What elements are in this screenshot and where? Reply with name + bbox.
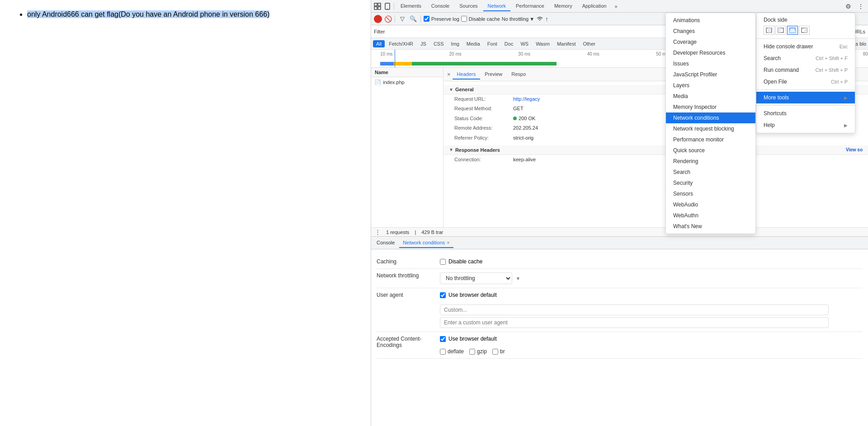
- preserve-log-label[interactable]: Preserve log: [424, 16, 459, 22]
- submenu-changes[interactable]: Changes: [666, 26, 755, 37]
- bottom-tab-nc[interactable]: Network conditions ×: [399, 238, 453, 248]
- menu-shortcuts[interactable]: Shortcuts: [756, 108, 855, 119]
- inspector-icon[interactable]: [373, 2, 382, 11]
- status-more-icon[interactable]: ⋮: [375, 229, 381, 235]
- tab-application[interactable]: Application: [578, 1, 611, 11]
- disable-cache-nc-text: Disable cache: [448, 258, 482, 265]
- type-btn-js[interactable]: JS: [417, 40, 429, 47]
- menu-search[interactable]: Search Ctrl + Shift + F: [756, 52, 855, 64]
- filter-icon[interactable]: ▽: [398, 14, 407, 23]
- menu-run-command[interactable]: Run command Ctrl + Shift + P: [756, 64, 855, 76]
- wifi-icon[interactable]: [536, 15, 543, 23]
- detail-tab-response[interactable]: Respo: [507, 70, 530, 80]
- submenu-whats-new[interactable]: What's New: [666, 221, 755, 232]
- submenu-webaudio[interactable]: WebAudio: [666, 199, 755, 210]
- throttling-nc-select[interactable]: No throttling: [440, 272, 512, 284]
- submenu-network-conditions[interactable]: Network conditions: [666, 112, 755, 123]
- deflate-label[interactable]: deflate: [440, 348, 464, 355]
- more-tools-submenu[interactable]: Animations Changes Coverage Developer Re…: [665, 13, 756, 234]
- gzip-label[interactable]: gzip: [469, 348, 487, 355]
- view-source-link[interactable]: View so: [846, 147, 863, 152]
- user-agent-control: Use browser default: [440, 292, 863, 298]
- type-btn-ws[interactable]: WS: [517, 40, 532, 47]
- type-btn-other[interactable]: Other: [580, 40, 599, 47]
- menu-open-file[interactable]: Open File Ctrl + P: [756, 76, 855, 88]
- dock-left-icon[interactable]: [775, 26, 786, 35]
- detail-close[interactable]: ×: [445, 71, 453, 78]
- tab-memory[interactable]: Memory: [550, 1, 577, 11]
- more-options-icon[interactable]: ⋮: [855, 1, 866, 12]
- dock-bottom-icon[interactable]: [787, 26, 798, 35]
- submenu-issues[interactable]: Issues: [666, 58, 755, 69]
- tab-performance[interactable]: Performance: [511, 1, 549, 11]
- type-btn-media[interactable]: Media: [463, 40, 483, 47]
- submenu-quick-source[interactable]: Quick source: [666, 145, 755, 156]
- type-btn-all[interactable]: All: [373, 40, 385, 47]
- tabs-more[interactable]: »: [612, 2, 620, 11]
- clear-button[interactable]: 🚫: [384, 15, 392, 23]
- menu-hide-console[interactable]: Hide console drawer Esc: [756, 41, 855, 52]
- submenu-js-profiler[interactable]: JavaScript Profiler: [666, 69, 755, 80]
- main-menu-panel[interactable]: Dock side Hide console drawer: [756, 13, 855, 133]
- response-headers-section-header[interactable]: ▼ Response Headers View so: [443, 145, 868, 155]
- mobile-icon[interactable]: [383, 2, 392, 11]
- submenu-rendering[interactable]: Rendering: [666, 156, 755, 167]
- dock-separate-icon[interactable]: [764, 26, 774, 35]
- type-btn-manifest[interactable]: Manifest: [554, 40, 579, 47]
- br-label[interactable]: br: [492, 348, 505, 355]
- submenu-search[interactable]: Search: [666, 167, 755, 178]
- settings-icon[interactable]: ⚙: [843, 1, 854, 12]
- type-btn-img[interactable]: Img: [448, 40, 462, 47]
- type-btn-doc[interactable]: Doc: [501, 40, 517, 47]
- tab-network[interactable]: Network: [483, 1, 510, 11]
- preserve-log-checkbox[interactable]: [424, 16, 429, 22]
- disable-cache-nc-label[interactable]: Disable cache: [440, 258, 482, 265]
- use-browser-default-checkbox[interactable]: [440, 292, 446, 298]
- use-browser-default-label[interactable]: Use browser default: [440, 292, 497, 298]
- throttling-select[interactable]: No throttling ▼: [502, 16, 534, 22]
- deflate-checkbox[interactable]: [440, 349, 446, 355]
- nc-tab-close[interactable]: ×: [447, 240, 449, 245]
- menu-help[interactable]: Help ▶: [756, 119, 855, 131]
- type-btn-fetch[interactable]: Fetch/XHR: [386, 40, 416, 47]
- enter-custom-agent-input[interactable]: [440, 317, 829, 328]
- submenu-coverage[interactable]: Coverage: [666, 37, 755, 47]
- submenu-performance-monitor[interactable]: Performance monitor: [666, 134, 755, 145]
- accepted-browser-default-checkbox[interactable]: [440, 336, 446, 342]
- dock-section: Dock side: [756, 13, 855, 39]
- submenu-animations[interactable]: Animations: [666, 15, 755, 26]
- tab-console[interactable]: Console: [427, 1, 454, 11]
- disable-cache-nc-checkbox[interactable]: [440, 259, 446, 265]
- type-btn-wasm[interactable]: Wasm: [533, 40, 553, 47]
- svg-rect-9: [778, 28, 781, 33]
- detail-tab-headers[interactable]: Headers: [453, 70, 481, 80]
- submenu-memory-inspector[interactable]: Memory Inspector: [666, 102, 755, 112]
- disable-cache-label[interactable]: Disable cache: [461, 16, 500, 22]
- br-checkbox[interactable]: [492, 349, 498, 355]
- import-button[interactable]: ↑: [545, 15, 548, 23]
- submenu-webauthn[interactable]: WebAuthn: [666, 210, 755, 221]
- bottom-tab-console[interactable]: Console: [373, 238, 398, 248]
- dock-right-icon[interactable]: [799, 26, 810, 35]
- referrer-policy-row: Referrer Policy: strict-orig: [443, 133, 868, 143]
- request-item-index[interactable]: 📄 index.php: [371, 77, 443, 87]
- submenu-sensors[interactable]: Sensors: [666, 188, 755, 199]
- submenu-layers[interactable]: Layers: [666, 80, 755, 91]
- submenu-developer-resources[interactable]: Developer Resources: [666, 47, 755, 58]
- gzip-checkbox[interactable]: [469, 349, 475, 355]
- accepted-browser-default-label[interactable]: Use browser default: [440, 336, 497, 342]
- disable-cache-checkbox[interactable]: [461, 16, 467, 22]
- type-btn-css[interactable]: CSS: [430, 40, 447, 47]
- tab-sources[interactable]: Sources: [455, 1, 482, 11]
- record-button[interactable]: [374, 15, 382, 23]
- type-btn-font[interactable]: Font: [484, 40, 500, 47]
- tab-elements[interactable]: Elements: [396, 1, 426, 11]
- menu-more-tools[interactable]: More tools ▶: [756, 92, 855, 103]
- submenu-media[interactable]: Media: [666, 91, 755, 102]
- submenu-security[interactable]: Security: [666, 178, 755, 188]
- custom-agent-input[interactable]: [440, 304, 829, 315]
- request-method-key: Request Method:: [454, 105, 513, 112]
- detail-tab-preview[interactable]: Preview: [480, 70, 507, 80]
- search-icon[interactable]: 🔍: [409, 14, 418, 23]
- submenu-network-request-blocking[interactable]: Network request blocking: [666, 123, 755, 134]
